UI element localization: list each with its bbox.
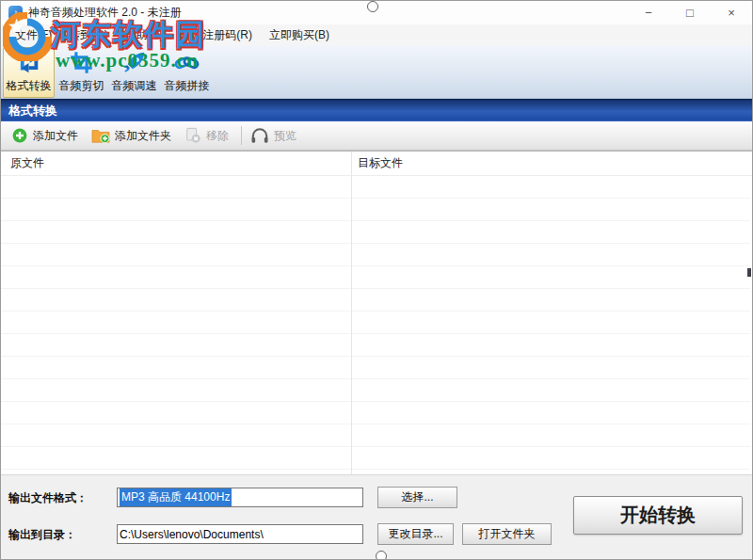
maximize-button[interactable]: □ — [669, 1, 711, 24]
menu-file[interactable]: 文件(F) — [7, 25, 60, 45]
menu-enter-regcode[interactable]: 输入注册码(R) — [171, 25, 261, 45]
tab-audio-join[interactable]: 音频拼接 — [161, 47, 213, 98]
menu-goto[interactable]: 转到(G) — [60, 25, 116, 45]
tool-label: 格式转换 — [7, 78, 52, 94]
tool-label: 音频剪切 — [59, 78, 104, 94]
toolbar-separator — [241, 126, 242, 145]
open-folder-button[interactable]: 打开文件夹 — [462, 523, 552, 545]
add-folder-label: 添加文件夹 — [115, 128, 171, 144]
handshake-icon — [174, 50, 200, 75]
output-panel: 输出文件格式： MP3 高品质 44100Hz 选择... 输出到目录： C:\… — [1, 474, 752, 559]
output-format-value: MP3 高品质 44100Hz — [120, 488, 232, 506]
tool-label: 音频调速 — [112, 78, 157, 94]
remove-button[interactable]: 移除 — [180, 124, 237, 147]
output-dir-label: 输出到目录： — [8, 527, 76, 543]
tab-audio-cut[interactable]: 音频剪切 — [56, 47, 107, 98]
change-dir-button[interactable]: 更改目录... — [377, 523, 454, 545]
app-logo-icon: ♪ — [8, 6, 23, 20]
remove-label: 移除 — [206, 128, 229, 144]
file-list: 原文件 目标文件 — [1, 151, 752, 474]
output-dir-field[interactable]: C:\Users\lenovo\Documents\ — [117, 524, 363, 544]
headphones-icon — [250, 127, 269, 144]
minimize-button[interactable]: − — [628, 1, 669, 24]
window-controls: − □ × — [628, 1, 752, 24]
selection-handle-icon — [376, 551, 387, 560]
section-title: 格式转换 — [8, 103, 57, 120]
add-folder-button[interactable]: 添加文件夹 — [87, 124, 180, 147]
column-header-target[interactable]: 目标文件 — [351, 155, 403, 171]
app-window: ♪ 神奇音频处理软件 2.0 - 未注册 − □ × 文件(F) 转到(G) 帮… — [0, 0, 753, 560]
add-file-icon — [11, 127, 28, 144]
add-file-button[interactable]: 添加文件 — [7, 124, 87, 147]
start-convert-button[interactable]: 开始转换 — [573, 496, 743, 535]
add-folder-icon — [91, 127, 110, 144]
window-title: 神奇音频处理软件 2.0 - 未注册 — [28, 5, 182, 21]
section-title-bar: 格式转换 — [1, 99, 752, 121]
select-format-button[interactable]: 选择... — [377, 487, 457, 508]
remove-icon — [184, 127, 201, 144]
output-dir-value: C:\Users\lenovo\Documents\ — [120, 528, 264, 541]
rocket-icon — [121, 50, 147, 75]
menu-bar: 文件(F) 转到(G) 帮助(H) 输入注册码(R) 立即购买(B) — [1, 24, 752, 45]
convert-icon — [16, 50, 41, 75]
output-format-label: 输出文件格式： — [8, 490, 88, 506]
file-list-header: 原文件 目标文件 — [1, 152, 752, 176]
selection-handle-icon — [367, 1, 378, 12]
main-toolbar: 格式转换 音频剪切 音频调速 — [1, 45, 752, 99]
action-toolbar: 添加文件 添加文件夹 移除 — [1, 121, 752, 151]
tab-audio-speed[interactable]: 音频调速 — [108, 47, 160, 98]
file-list-body[interactable] — [1, 176, 750, 474]
crop-icon — [69, 50, 94, 75]
column-header-source[interactable]: 原文件 — [1, 155, 351, 171]
edge-mark — [747, 268, 751, 277]
tab-format-convert[interactable]: 格式转换 — [3, 47, 55, 98]
tool-label: 音频拼接 — [165, 78, 210, 94]
close-button[interactable]: × — [711, 1, 752, 24]
preview-button[interactable]: 预览 — [246, 124, 305, 147]
menu-help[interactable]: 帮助(H) — [117, 25, 172, 45]
add-file-label: 添加文件 — [33, 128, 78, 144]
menu-buy-now[interactable]: 立即购买(B) — [261, 25, 338, 45]
column-divider — [351, 152, 352, 474]
output-format-field[interactable]: MP3 高品质 44100Hz — [117, 488, 363, 507]
preview-label: 预览 — [274, 128, 296, 144]
